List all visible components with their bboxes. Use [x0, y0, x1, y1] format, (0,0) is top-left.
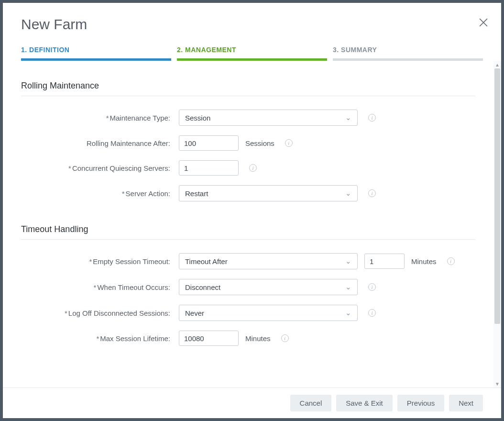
unit-minutes: Minutes: [411, 257, 437, 266]
label-rolling-after: Rolling Maintenance After:: [21, 139, 179, 147]
required-marker: *: [122, 189, 125, 198]
select-value: Session: [185, 114, 210, 122]
wizard-steps: 1. DEFINITION 2. MANAGEMENT 3. SUMMARY: [3, 33, 501, 61]
input-concurrent-quiescing[interactable]: [179, 160, 239, 176]
info-icon[interactable]: i: [281, 334, 289, 342]
input-empty-session-minutes[interactable]: [364, 254, 405, 269]
select-value: Disconnect: [185, 283, 220, 291]
scroll-down-icon[interactable]: ▼: [493, 380, 501, 388]
row-logoff-disconnected: *Log Off Disconnected Sessions: Never ⌄ …: [21, 305, 475, 321]
label-concurrent-quiescing: *Concurrent Quiescing Servers:: [21, 164, 179, 172]
modal-title: New Farm: [21, 16, 483, 33]
select-maintenance-type[interactable]: Session ⌄: [179, 110, 358, 126]
row-when-timeout-occurs: *When Timeout Occurs: Disconnect ⌄ i: [21, 279, 475, 295]
section-title-timeout: Timeout Handling: [21, 224, 475, 234]
divider: [21, 96, 475, 96]
required-marker: *: [65, 309, 67, 317]
required-marker: *: [89, 257, 92, 266]
label-text: Log Off Disconnected Sessions:: [68, 309, 170, 317]
unit-sessions: Sessions: [245, 139, 274, 147]
select-value: Never: [185, 309, 204, 317]
label-text: Concurrent Quiescing Servers:: [72, 164, 170, 172]
label-server-action: *Server Action:: [21, 189, 179, 198]
modal-footer: Cancel Save & Exit Previous Next: [3, 388, 501, 418]
divider: [21, 239, 475, 240]
save-exit-button[interactable]: Save & Exit: [336, 395, 393, 411]
section-timeout-handling: Timeout Handling *Empty Session Timeout:…: [21, 224, 475, 346]
scrollbar-track[interactable]: [493, 68, 501, 380]
info-icon[interactable]: i: [368, 309, 376, 317]
label-text: Server Action:: [126, 189, 170, 198]
step-summary[interactable]: 3. SUMMARY: [333, 46, 483, 61]
row-rolling-after: Rolling Maintenance After: Sessions i: [21, 135, 475, 151]
label-logoff-disconnected: *Log Off Disconnected Sessions:: [21, 309, 179, 317]
row-concurrent-quiescing: *Concurrent Quiescing Servers: i: [21, 160, 475, 176]
modal-header: New Farm: [3, 3, 501, 33]
label-empty-session-timeout: *Empty Session Timeout:: [21, 257, 179, 266]
info-icon[interactable]: i: [285, 139, 293, 147]
select-server-action[interactable]: Restart ⌄: [179, 185, 358, 201]
previous-button[interactable]: Previous: [397, 395, 444, 411]
select-empty-session-timeout[interactable]: Timeout After ⌄: [179, 253, 358, 269]
new-farm-modal: New Farm 1. DEFINITION 2. MANAGEMENT 3. …: [3, 3, 501, 418]
label-text: Empty Session Timeout:: [93, 257, 170, 266]
section-title-rolling: Rolling Maintenance: [21, 81, 475, 91]
info-icon[interactable]: i: [368, 283, 376, 291]
input-rolling-after[interactable]: [179, 135, 239, 151]
info-icon[interactable]: i: [249, 164, 257, 172]
select-logoff-disconnected[interactable]: Never ⌄: [179, 305, 358, 321]
row-maintenance-type: *Maintenance Type: Session ⌄ i: [21, 110, 475, 126]
section-rolling-maintenance: Rolling Maintenance *Maintenance Type: S…: [21, 81, 475, 201]
info-icon[interactable]: i: [447, 257, 455, 265]
required-marker: *: [68, 164, 71, 172]
select-value: Timeout After: [185, 257, 228, 266]
select-when-timeout-occurs[interactable]: Disconnect ⌄: [179, 279, 358, 295]
required-marker: *: [96, 334, 99, 343]
step-definition[interactable]: 1. DEFINITION: [21, 46, 171, 61]
row-max-session-lifetime: *Max Session Lifetime: Minutes i: [21, 331, 475, 346]
label-when-timeout-occurs: *When Timeout Occurs:: [21, 283, 179, 291]
chevron-down-icon: ⌄: [345, 283, 351, 291]
label-max-session-lifetime: *Max Session Lifetime:: [21, 334, 179, 343]
scrollbar[interactable]: ▲ ▼: [493, 61, 501, 388]
form-content: Rolling Maintenance *Maintenance Type: S…: [3, 61, 493, 388]
scroll-up-icon[interactable]: ▲: [493, 61, 501, 68]
label-text: Maintenance Type:: [110, 114, 170, 122]
label-maintenance-type: *Maintenance Type:: [21, 114, 179, 122]
label-text: Max Session Lifetime:: [100, 334, 170, 343]
step-management[interactable]: 2. MANAGEMENT: [177, 46, 327, 61]
chevron-down-icon: ⌄: [345, 113, 351, 122]
row-empty-session-timeout: *Empty Session Timeout: Timeout After ⌄ …: [21, 253, 475, 269]
content-scroll: Rolling Maintenance *Maintenance Type: S…: [3, 61, 501, 388]
scrollbar-thumb[interactable]: [494, 68, 500, 324]
chevron-down-icon: ⌄: [345, 257, 351, 266]
info-icon[interactable]: i: [368, 114, 376, 122]
required-marker: *: [94, 283, 97, 291]
chevron-down-icon: ⌄: [345, 309, 351, 317]
unit-minutes: Minutes: [245, 334, 271, 343]
close-icon[interactable]: [479, 18, 488, 27]
required-marker: *: [106, 114, 109, 122]
info-icon[interactable]: i: [368, 189, 376, 197]
input-max-session-lifetime[interactable]: [179, 331, 239, 346]
chevron-down-icon: ⌄: [345, 189, 351, 198]
next-button[interactable]: Next: [449, 395, 483, 411]
label-text: When Timeout Occurs:: [97, 283, 170, 291]
row-server-action: *Server Action: Restart ⌄ i: [21, 185, 475, 201]
cancel-button[interactable]: Cancel: [290, 395, 332, 411]
select-value: Restart: [185, 189, 208, 198]
